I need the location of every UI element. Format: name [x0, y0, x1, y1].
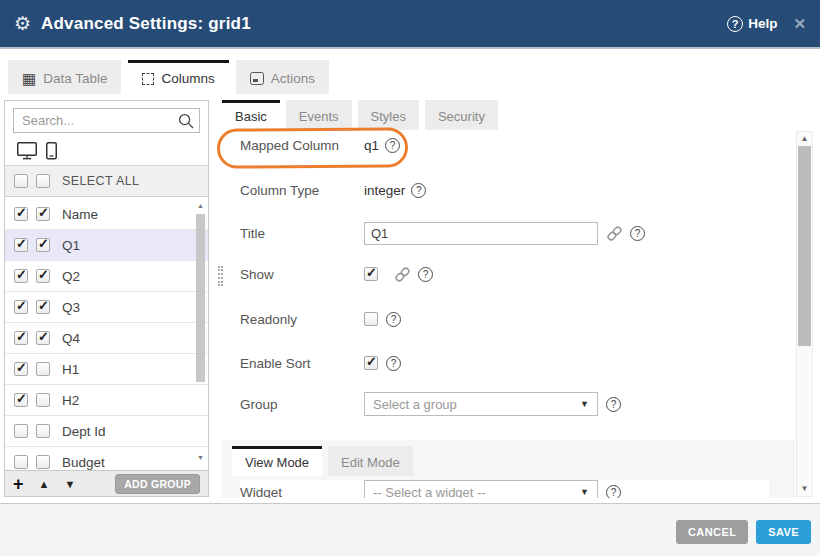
- mobile-checkbox[interactable]: [36, 238, 50, 252]
- tab-label: Basic: [235, 109, 267, 124]
- move-down-button[interactable]: ▼: [64, 478, 75, 490]
- tab-edit-mode[interactable]: Edit Mode: [328, 446, 413, 476]
- save-button[interactable]: SAVE: [756, 520, 811, 544]
- list-item-dept-id[interactable]: Dept Id: [5, 416, 208, 447]
- scroll-up-icon[interactable]: ▲: [797, 133, 812, 145]
- tab-events[interactable]: Events: [286, 100, 352, 130]
- list-item-name[interactable]: Name: [5, 199, 208, 230]
- column-list: Name Q1 Q2 Q3 Q4 H1: [5, 199, 208, 470]
- column-label: Q4: [62, 331, 80, 346]
- mobile-checkbox[interactable]: [36, 393, 50, 407]
- field-help-icon[interactable]: ?: [386, 312, 401, 327]
- column-label: H1: [62, 362, 79, 377]
- list-item-budget[interactable]: Budget: [5, 447, 208, 470]
- mobile-checkbox[interactable]: [36, 331, 50, 345]
- desktop-checkbox[interactable]: [14, 238, 28, 252]
- column-label: Q2: [62, 269, 80, 284]
- scroll-down-icon[interactable]: ▼: [196, 453, 205, 462]
- tab-basic[interactable]: Basic: [222, 100, 280, 130]
- field-label: Widget: [240, 485, 364, 499]
- list-item-h2[interactable]: H2: [5, 385, 208, 416]
- detail-scrollbar[interactable]: ▲ ▼: [796, 131, 813, 497]
- tab-columns[interactable]: Columns: [128, 60, 228, 94]
- desktop-checkbox[interactable]: [14, 393, 28, 407]
- desktop-checkbox[interactable]: [14, 300, 28, 314]
- column-label: Q1: [62, 238, 80, 253]
- field-label: Group: [240, 397, 364, 412]
- search-input[interactable]: [13, 108, 200, 133]
- column-type-value: integer: [364, 183, 405, 198]
- mobile-icon[interactable]: [46, 142, 57, 160]
- desktop-checkbox[interactable]: [14, 207, 28, 221]
- widget-select[interactable]: -- Select a widget -- ▼: [364, 480, 598, 498]
- mobile-checkbox[interactable]: [36, 362, 50, 376]
- tab-view-mode[interactable]: View Mode: [232, 446, 322, 476]
- field-help-icon[interactable]: ?: [386, 356, 401, 371]
- desktop-checkbox[interactable]: [14, 269, 28, 283]
- tab-data-table[interactable]: ▦ Data Table: [8, 60, 121, 94]
- field-help-icon[interactable]: ?: [630, 226, 645, 241]
- mobile-checkbox[interactable]: [36, 455, 50, 469]
- columns-icon: [142, 73, 154, 85]
- list-toolbar: + ▲ ▼ ADD GROUP: [5, 470, 208, 496]
- chevron-down-icon: ▼: [580, 487, 589, 497]
- title-input[interactable]: [364, 222, 598, 245]
- field-help-icon[interactable]: ?: [418, 267, 433, 282]
- tab-security[interactable]: Security: [425, 100, 498, 130]
- group-select[interactable]: Select a group ▼: [364, 392, 598, 416]
- select-all-row[interactable]: SELECT ALL: [5, 166, 208, 197]
- list-scrollbar-thumb[interactable]: [196, 214, 205, 382]
- field-column-type: Column Type integer ?: [240, 180, 769, 200]
- field-mapped-column: Mapped Column q1 ?: [240, 135, 769, 155]
- dialog-header: ⚙ Advanced Settings: grid1 ? Help ✕: [0, 0, 820, 49]
- tab-label: Security: [438, 109, 485, 124]
- readonly-checkbox[interactable]: [364, 312, 378, 326]
- desktop-checkbox[interactable]: [14, 455, 28, 469]
- dialog-title: Advanced Settings: grid1: [41, 14, 251, 34]
- field-title: Title ?: [240, 221, 769, 245]
- select-all-mobile-checkbox[interactable]: [36, 174, 50, 188]
- field-help-icon[interactable]: ?: [411, 183, 426, 198]
- list-item-h1[interactable]: H1: [5, 354, 208, 385]
- bind-link-icon[interactable]: [394, 266, 411, 283]
- mobile-checkbox[interactable]: [36, 269, 50, 283]
- tab-actions[interactable]: Actions: [236, 60, 329, 94]
- chevron-down-icon: ▼: [580, 399, 589, 409]
- help-button[interactable]: ? Help: [727, 16, 777, 32]
- field-label: Title: [240, 226, 364, 241]
- data-table-icon: ▦: [22, 71, 36, 86]
- list-item-q4[interactable]: Q4: [5, 323, 208, 354]
- tab-styles[interactable]: Styles: [358, 100, 419, 130]
- enable-sort-checkbox[interactable]: [364, 356, 378, 370]
- select-all-desktop-checkbox[interactable]: [14, 174, 28, 188]
- move-up-button[interactable]: ▲: [39, 478, 50, 490]
- cancel-button[interactable]: CANCEL: [676, 520, 748, 544]
- tab-label: Data Table: [43, 71, 107, 86]
- field-help-icon[interactable]: ?: [606, 485, 621, 499]
- mobile-checkbox[interactable]: [36, 300, 50, 314]
- show-checkbox[interactable]: [364, 267, 378, 281]
- list-item-q1[interactable]: Q1: [5, 230, 208, 261]
- desktop-icon[interactable]: [17, 142, 37, 160]
- mobile-checkbox[interactable]: [36, 207, 50, 221]
- list-item-q3[interactable]: Q3: [5, 292, 208, 323]
- help-circle-icon: ?: [727, 16, 743, 32]
- field-help-icon[interactable]: ?: [606, 397, 621, 412]
- scroll-down-icon[interactable]: ▼: [797, 483, 812, 495]
- list-item-q2[interactable]: Q2: [5, 261, 208, 292]
- field-help-icon[interactable]: ?: [385, 138, 400, 153]
- column-label: Name: [62, 207, 98, 222]
- list-scrollbar[interactable]: ▲ ▼: [196, 201, 205, 466]
- bind-link-icon[interactable]: [606, 225, 623, 242]
- tab-label: View Mode: [245, 455, 309, 470]
- close-icon[interactable]: ✕: [793, 15, 806, 33]
- detail-scrollbar-thumb[interactable]: [798, 146, 811, 346]
- scroll-up-icon[interactable]: ▲: [196, 201, 205, 210]
- mobile-checkbox[interactable]: [36, 424, 50, 438]
- field-label: Show: [240, 267, 364, 282]
- add-group-button[interactable]: ADD GROUP: [115, 474, 200, 494]
- desktop-checkbox[interactable]: [14, 331, 28, 345]
- add-column-button[interactable]: +: [13, 475, 24, 493]
- desktop-checkbox[interactable]: [14, 424, 28, 438]
- desktop-checkbox[interactable]: [14, 362, 28, 376]
